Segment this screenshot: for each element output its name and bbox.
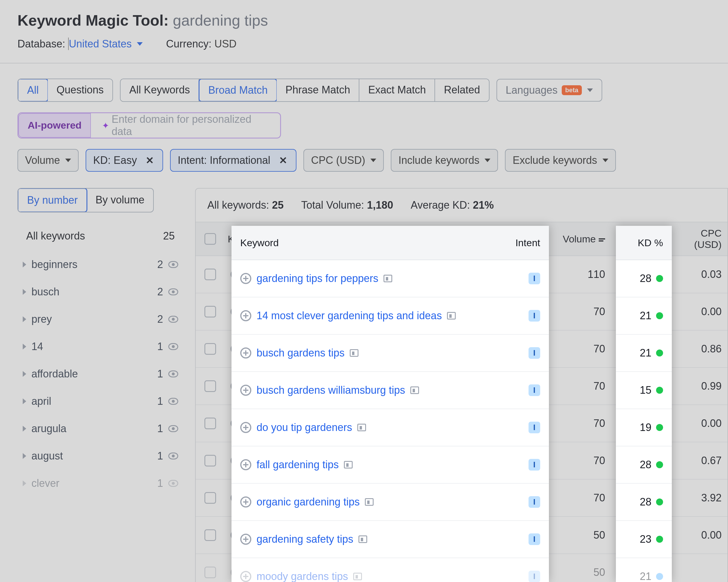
sidebar-item[interactable]: arugula1 (18, 415, 183, 442)
sidebar-all-label: All keywords (26, 230, 85, 242)
row-checkbox[interactable] (204, 269, 216, 280)
eye-icon[interactable] (168, 261, 178, 268)
tab-exact-match[interactable]: Exact Match (359, 79, 435, 101)
sidebar-item[interactable]: august1 (18, 442, 183, 470)
kd-dot-icon (656, 536, 663, 543)
sidebar-item-count: 1 (149, 477, 163, 490)
cpc-value: 0.00 (669, 306, 727, 318)
eye-icon[interactable] (168, 316, 178, 323)
serp-icon[interactable] (384, 275, 392, 282)
serp-icon[interactable] (357, 424, 366, 431)
add-keyword-icon[interactable] (240, 385, 251, 396)
row-checkbox[interactable] (204, 343, 216, 355)
sidebar-item-count: 1 (149, 368, 163, 380)
add-keyword-icon[interactable] (240, 571, 251, 582)
intent-badge: I (528, 347, 540, 359)
add-keyword-icon[interactable] (240, 459, 251, 470)
row-checkbox[interactable] (204, 455, 216, 467)
tab-by-volume[interactable]: By volume (87, 189, 153, 212)
tab-all-keywords[interactable]: All Keywords (121, 79, 199, 101)
sidebar-item[interactable]: april1 (18, 388, 183, 415)
database-selector[interactable]: Database: United States (18, 38, 143, 50)
close-icon[interactable]: ✕ (144, 155, 156, 166)
serp-icon[interactable] (350, 349, 359, 357)
summary-bar: All keywords: 25 Total Volume: 1,180 Ave… (196, 189, 727, 222)
filter-intent[interactable]: Intent: Informational ✕ (170, 149, 296, 172)
keyword-link[interactable]: busch gardens williamsburg tips (257, 384, 405, 396)
highlight-kd-content: KD %282121151928282321 (616, 226, 672, 582)
col-volume[interactable]: Volume (538, 233, 611, 245)
sidebar-item[interactable]: affordable1 (18, 360, 183, 388)
keyword-link[interactable]: 14 most clever gardening tips and ideas (257, 310, 442, 322)
eye-icon[interactable] (168, 288, 178, 295)
add-keyword-icon[interactable] (240, 422, 251, 433)
sidebar-item[interactable]: 141 (18, 333, 183, 360)
col-cpc[interactable]: CPC (USD) (669, 227, 727, 250)
tab-all[interactable]: All (18, 79, 48, 102)
add-keyword-icon[interactable] (240, 534, 251, 545)
kd-dot-icon (656, 424, 663, 431)
keyword-link[interactable]: gardening safety tips (257, 533, 353, 545)
row-checkbox[interactable] (204, 492, 216, 504)
keyword-link[interactable]: gardening tips for peppers (257, 272, 378, 285)
keyword-link[interactable]: organic gardening tips (257, 496, 360, 508)
row-checkbox[interactable] (204, 529, 216, 541)
kd-value: 28 (640, 459, 651, 471)
cpc-value: 0.67 (669, 454, 727, 467)
languages-button[interactable]: Languages beta (496, 79, 602, 102)
row-checkbox[interactable] (204, 418, 216, 429)
serp-icon[interactable] (359, 535, 367, 543)
serp-icon[interactable] (447, 312, 456, 320)
select-all-checkbox[interactable] (204, 233, 216, 245)
close-icon[interactable]: ✕ (277, 155, 289, 166)
toolbar: All Questions All Keywords Broad Match P… (0, 63, 728, 172)
filter-volume[interactable]: Volume (18, 149, 79, 172)
tab-broad-match[interactable]: Broad Match (199, 79, 277, 102)
meta-row: Database: United States Currency: USD (18, 38, 710, 50)
eye-icon[interactable] (168, 398, 178, 405)
filter-include[interactable]: Include keywords (391, 149, 498, 172)
sidebar-item-count: 2 (149, 258, 163, 271)
tab-phrase-match[interactable]: Phrase Match (277, 79, 359, 101)
cpc-value: 0.03 (669, 268, 727, 280)
keyword-link[interactable]: moody gardens tips (257, 570, 348, 582)
sidebar-item-label: 14 (31, 340, 143, 353)
kd-dot-icon (656, 573, 663, 580)
page-header: Keyword Magic Tool: gardening tips Datab… (0, 0, 728, 63)
eye-icon[interactable] (168, 480, 178, 487)
keyword-link[interactable]: do you tip gardeners (257, 421, 352, 434)
sidebar-item[interactable]: busch2 (18, 278, 183, 306)
add-keyword-icon[interactable] (240, 310, 251, 321)
serp-icon[interactable] (353, 573, 362, 580)
row-checkbox[interactable] (204, 566, 216, 578)
sidebar-item-count: 1 (149, 395, 163, 408)
keyword-link[interactable]: fall gardening tips (257, 459, 339, 471)
filter-exclude[interactable]: Exclude keywords (505, 149, 616, 172)
add-keyword-icon[interactable] (240, 348, 251, 359)
add-keyword-icon[interactable] (240, 273, 251, 284)
sidebar-item[interactable]: clever1 (18, 470, 183, 497)
sidebar-item[interactable]: prey2 (18, 306, 183, 333)
keyword-link[interactable]: busch gardens tips (257, 347, 344, 359)
filter-kd[interactable]: KD: Easy ✕ (86, 149, 163, 172)
eye-icon[interactable] (168, 370, 178, 378)
filter-cpc[interactable]: CPC (USD) (304, 149, 384, 172)
sidebar-all-keywords[interactable]: All keywords 25 (18, 224, 183, 248)
eye-icon[interactable] (168, 452, 178, 460)
serp-icon[interactable] (344, 461, 353, 469)
row-checkbox[interactable] (204, 306, 216, 317)
add-keyword-icon[interactable] (240, 496, 251, 507)
sidebar-item[interactable]: beginners2 (18, 251, 183, 278)
serp-icon[interactable] (410, 386, 419, 394)
volume-value: 70 (538, 454, 611, 467)
tab-by-number[interactable]: By number (18, 188, 87, 213)
volume-value: 70 (538, 343, 611, 355)
domain-input[interactable]: ✦ Enter domain for personalized data (91, 113, 280, 138)
eye-icon[interactable] (168, 425, 178, 432)
tab-related[interactable]: Related (435, 79, 489, 101)
row-checkbox[interactable] (204, 380, 216, 392)
tab-questions[interactable]: Questions (48, 79, 112, 101)
serp-icon[interactable] (365, 498, 373, 506)
ai-powered-chip: AI-powered (18, 113, 91, 138)
eye-icon[interactable] (168, 343, 178, 350)
